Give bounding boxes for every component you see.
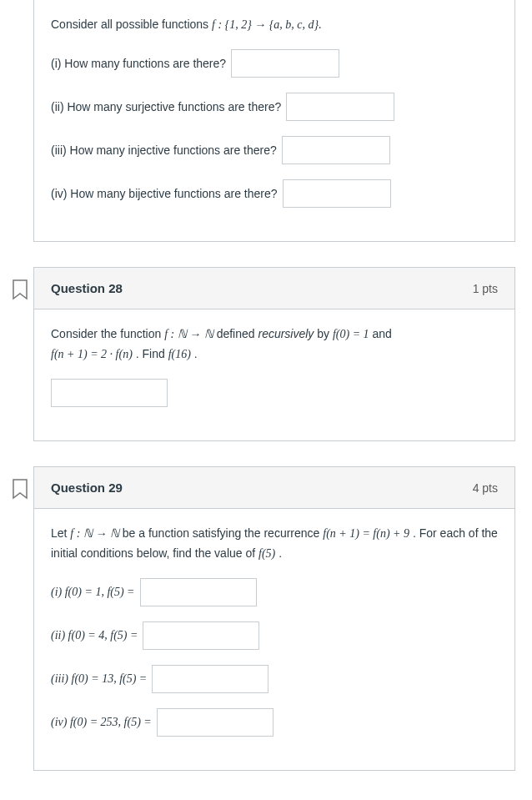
t: Consider the function bbox=[51, 327, 164, 340]
q29-intro: Let f : ℕ → ℕ be a function satisfying t… bbox=[51, 524, 498, 563]
t: f : ℕ → ℕ bbox=[164, 328, 213, 340]
question-title: Question 28 bbox=[51, 281, 123, 295]
q29-part-iii: (iii) f(0) = 13, f(5) = bbox=[51, 665, 498, 693]
question-title: Question 29 bbox=[51, 481, 123, 495]
question-card-27: Consider all possible functions f : {1, … bbox=[33, 0, 515, 242]
t: . bbox=[194, 347, 198, 360]
answer-input-iv[interactable] bbox=[157, 708, 274, 737]
q28-answer-row bbox=[51, 379, 498, 407]
t: f(0) = 1 bbox=[333, 328, 369, 340]
t: . bbox=[279, 546, 282, 560]
answer-input-iv[interactable] bbox=[283, 179, 391, 208]
t: f(5) bbox=[258, 547, 275, 560]
answer-input-i[interactable] bbox=[231, 49, 339, 78]
q27-intro: Consider all possible functions f : {1, … bbox=[51, 15, 498, 34]
t: f(n + 1) = 2 · f(n) bbox=[51, 348, 133, 360]
part-label: (iii) f(0) = 13, f(5) = bbox=[51, 670, 147, 688]
part-label: (ii) How many surjective functions are t… bbox=[51, 98, 281, 116]
question-header: Question 28 1 pts bbox=[34, 268, 514, 309]
q28-intro: Consider the function f : ℕ → ℕ defined … bbox=[51, 325, 498, 364]
intro-text: Consider all possible functions bbox=[51, 18, 212, 31]
q27-part-ii: (ii) How many surjective functions are t… bbox=[51, 93, 498, 121]
question-card-28: Question 28 1 pts Consider the function … bbox=[33, 267, 515, 441]
t: f(16) bbox=[168, 348, 191, 360]
question-body: Consider all possible functions f : {1, … bbox=[34, 0, 514, 241]
bookmark-icon[interactable] bbox=[11, 479, 29, 501]
answer-input[interactable] bbox=[51, 379, 168, 407]
t: and bbox=[373, 327, 392, 340]
t: recursively bbox=[258, 327, 314, 340]
question-body: Consider the function f : ℕ → ℕ defined … bbox=[34, 309, 514, 440]
q27-part-iii: (iii) How many injective functions are t… bbox=[51, 136, 498, 164]
question-card-29: Question 29 4 pts Let f : ℕ → ℕ be a fun… bbox=[33, 466, 515, 771]
answer-input-i[interactable] bbox=[140, 578, 257, 606]
question-points: 4 pts bbox=[473, 481, 498, 495]
question-header: Question 29 4 pts bbox=[34, 467, 514, 509]
t: defined bbox=[217, 327, 258, 340]
part-label: (iv) f(0) = 253, f(5) = bbox=[51, 713, 152, 732]
bookmark-icon[interactable] bbox=[11, 279, 29, 301]
q27-part-iv: (iv) How many bijective functions are th… bbox=[51, 179, 498, 208]
question-body: Let f : ℕ → ℕ be a function satisfying t… bbox=[34, 509, 514, 770]
answer-input-ii[interactable] bbox=[143, 621, 259, 650]
q29-part-iv: (iv) f(0) = 253, f(5) = bbox=[51, 708, 498, 737]
intro-math: f : {1, 2} → {a, b, c, d}. bbox=[212, 18, 322, 31]
t: by bbox=[317, 327, 333, 340]
part-label: (ii) f(0) = 4, f(5) = bbox=[51, 626, 138, 645]
t: . Find bbox=[136, 347, 168, 360]
part-label: (iii) How many injective functions are t… bbox=[51, 141, 277, 159]
question-points: 1 pts bbox=[473, 282, 498, 295]
q29-part-ii: (ii) f(0) = 4, f(5) = bbox=[51, 621, 498, 650]
answer-input-iii[interactable] bbox=[152, 665, 269, 693]
q27-part-i: (i) How many functions are there? bbox=[51, 49, 498, 78]
answer-input-ii[interactable] bbox=[286, 93, 394, 121]
t: f(n + 1) = f(n) + 9 bbox=[323, 527, 409, 540]
t: Let bbox=[51, 526, 70, 540]
answer-input-iii[interactable] bbox=[282, 136, 390, 164]
part-label: (i) f(0) = 1, f(5) = bbox=[51, 583, 135, 601]
t: be a function satisfying the recurrence bbox=[123, 526, 323, 540]
q29-part-i: (i) f(0) = 1, f(5) = bbox=[51, 578, 498, 606]
t: f : ℕ → ℕ bbox=[70, 527, 119, 540]
part-label: (i) How many functions are there? bbox=[51, 54, 226, 73]
part-label: (iv) How many bijective functions are th… bbox=[51, 184, 278, 203]
